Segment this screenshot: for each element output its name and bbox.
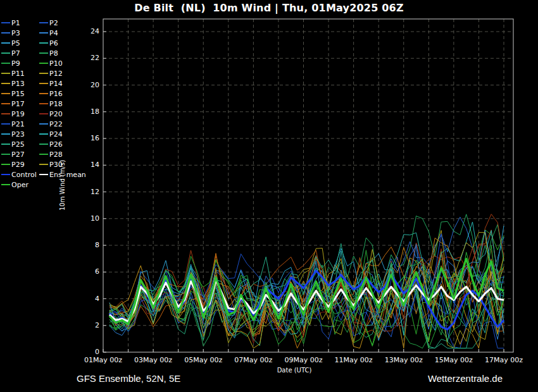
y-tick-label: 12 — [78, 188, 99, 196]
y-tick-label: 14 — [78, 161, 99, 169]
x-tick-label: 09May 00z — [278, 356, 329, 364]
x-tick-label: 07May 00z — [228, 356, 278, 364]
y-tick-label: 8 — [78, 241, 99, 249]
site-credit-text: Wetterzentrale.de — [428, 373, 503, 384]
y-tick-label: 10 — [78, 214, 99, 223]
x-tick-label: 03May 00z — [128, 356, 178, 364]
x-tick-label: 11May 00z — [328, 356, 379, 364]
x-tick-label: 01May 00z — [78, 356, 128, 364]
y-tick-label: 6 — [78, 267, 99, 276]
y-tick-label: 4 — [78, 295, 99, 303]
meteogram-page: De Bilt (NL) 10m Wind | Thu, 01May2025 0… — [0, 0, 538, 392]
x-tick-label: 05May 00z — [178, 356, 228, 364]
y-tick-label: 22 — [78, 54, 99, 62]
model-info-text: GFS Ensemble, 52N, 5E — [77, 373, 180, 384]
x-tick-label: 17May 00z — [479, 356, 529, 364]
y-tick-label: 20 — [78, 81, 99, 89]
y-tick-label: 2 — [78, 321, 99, 329]
y-tick-label: 16 — [78, 134, 99, 142]
x-tick-label: 13May 00z — [378, 356, 429, 364]
y-tick-label: 18 — [78, 107, 99, 116]
x-tick-label: 15May 00z — [429, 356, 479, 364]
y-tick-label: 24 — [78, 27, 99, 35]
y-tick-label: 0 — [78, 348, 99, 356]
